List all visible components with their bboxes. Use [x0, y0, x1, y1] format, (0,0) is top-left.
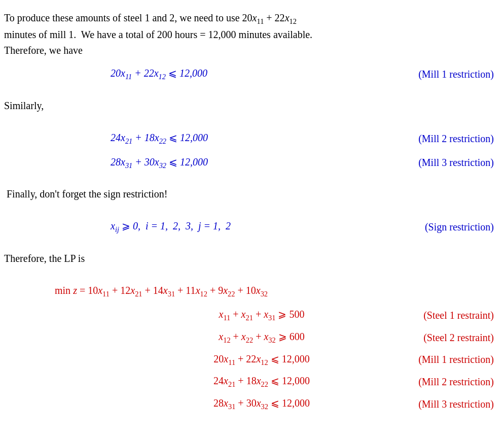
lp-eq-lp-mill3: 28x31 + 30x32 ⩽ 12,000 (Mill 3 restricti… [4, 395, 494, 413]
lp-objective-formula: min z = 10x11 + 12x21 + 14x31 + 11x12 + … [55, 283, 494, 300]
page-content: To produce these amounts of steel 1 and … [4, 10, 494, 412]
lp-eq-steel2-label: (Steel 2 restraint) [372, 330, 494, 345]
eq-mill2-formula: 24x21 + 18x22 ⩽ 12,000 [111, 130, 347, 147]
lp-eq-lp-mill3-formula: 28x31 + 30x32 ⩽ 12,000 [151, 395, 372, 413]
eq-mill1-label: (Mill 1 restriction) [347, 66, 494, 82]
paragraph-therefore: Therefore, the LP is [4, 251, 494, 266]
lp-eq-lp-mill3-label: (Mill 3 restriction) [372, 396, 494, 412]
equation-mill2: 24x21 + 18x22 ⩽ 12,000 (Mill 2 restricti… [4, 130, 494, 147]
paragraph-1: To produce these amounts of steel 1 and … [4, 10, 494, 58]
eq-mill1-formula: 20x11 + 22x12 ⩽ 12,000 [111, 65, 347, 83]
lp-eq-lp-mill2-formula: 24x21 + 18x22 ⩽ 12,000 [151, 373, 372, 390]
eq-sign-formula: xij ⩾ 0, i = 1, 2, 3, j = 1, 2 [111, 218, 347, 236]
lp-eq-steel2-formula: x12 + x22 + x32 ⩾ 600 [151, 329, 372, 346]
lp-eq-lp-mill1: 20x11 + 22x12 ⩽ 12,000 (Mill 1 restricti… [4, 351, 494, 369]
lp-eq-steel2: x12 + x22 + x32 ⩾ 600 (Steel 2 restraint… [4, 329, 494, 346]
lp-eq-steel1: x11 + x21 + x31 ⩾ 500 (Steel 1 restraint… [4, 307, 494, 324]
eq-mill3-label: (Mill 3 restriction) [347, 155, 494, 170]
eq-mill3-formula: 28x31 + 30x32 ⩽ 12,000 [111, 154, 347, 172]
paragraph-similarly: Similarly, [4, 98, 494, 114]
equation-sign: xij ⩾ 0, i = 1, 2, 3, j = 1, 2 (Sign res… [4, 218, 494, 236]
lp-eq-steel1-label: (Steel 1 restraint) [372, 308, 494, 323]
lp-eq-lp-mill1-formula: 20x11 + 22x12 ⩽ 12,000 [151, 351, 372, 369]
paragraph-sign: Finally, don't forget the sign restricti… [4, 186, 494, 202]
eq-mill2-label: (Mill 2 restriction) [347, 131, 494, 146]
lp-eq-steel1-formula: x11 + x21 + x31 ⩾ 500 [151, 307, 372, 324]
lp-eq-lp-mill1-label: (Mill 1 restriction) [372, 352, 494, 367]
lp-eq-lp-mill2: 24x21 + 18x22 ⩽ 12,000 (Mill 2 restricti… [4, 373, 494, 390]
equation-mill1: 20x11 + 22x12 ⩽ 12,000 (Mill 1 restricti… [4, 65, 494, 83]
lp-eq-lp-mill2-label: (Mill 2 restriction) [372, 374, 494, 389]
equation-mill3: 28x31 + 30x32 ⩽ 12,000 (Mill 3 restricti… [4, 154, 494, 172]
eq-sign-label: (Sign restriction) [347, 219, 494, 235]
lp-objective-row: min z = 10x11 + 12x21 + 14x31 + 11x12 + … [4, 283, 494, 300]
